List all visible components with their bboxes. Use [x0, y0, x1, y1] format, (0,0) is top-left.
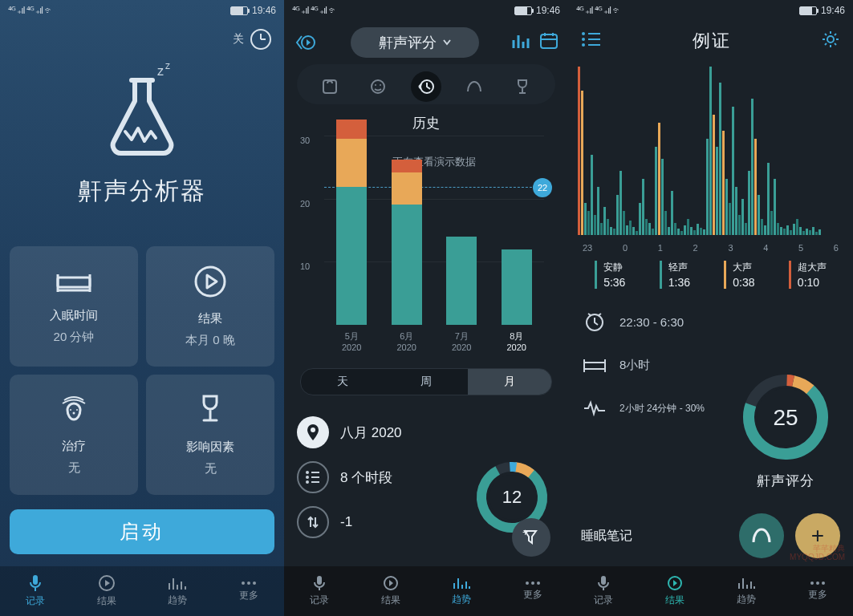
intensity-legend: 安静5:36 轻声1:36 大声0:38 超大声0:10 — [578, 261, 843, 289]
svg-point-38 — [827, 36, 834, 43]
info-month[interactable]: 八月 2020 — [297, 410, 555, 455]
bed-icon — [581, 351, 608, 379]
svg-point-50 — [816, 582, 819, 585]
tab-day[interactable]: 天 — [301, 369, 384, 395]
svg-text:25: 25 — [773, 405, 798, 430]
bar-jul[interactable] — [446, 237, 477, 325]
bar-jun[interactable] — [392, 160, 422, 325]
nav-results[interactable]: 结果 — [71, 566, 143, 616]
nav-record[interactable]: 记录 — [0, 566, 71, 616]
cat-alcohol-icon[interactable] — [507, 71, 538, 102]
svg-rect-47 — [601, 576, 606, 585]
chart-view-icon[interactable] — [512, 32, 531, 53]
mic-icon — [312, 575, 327, 591]
bar-aug[interactable] — [502, 249, 532, 325]
history-chart: 302010 22 正在查看演示数据 5月2020 6月2020 7月2020 … — [300, 136, 552, 344]
play-circle-icon — [667, 575, 683, 591]
updown-icon — [297, 506, 329, 538]
svg-point-9 — [242, 582, 245, 585]
nav-record[interactable]: 记录 — [568, 566, 640, 616]
svg-point-37 — [582, 43, 585, 47]
more-icon — [525, 581, 541, 586]
card-therapy[interactable]: 治疗 无 — [10, 375, 138, 495]
app-title: 鼾声分析器 — [0, 175, 284, 208]
more-icon — [240, 580, 258, 586]
mic-icon — [596, 575, 611, 591]
alarm-clock-icon[interactable] — [250, 29, 271, 50]
svg-point-11 — [253, 582, 256, 585]
cat-weight-icon[interactable] — [315, 71, 345, 102]
nav-trends[interactable]: 趋势 — [142, 566, 213, 616]
legend-loud: 大声0:38 — [724, 261, 754, 289]
svg-point-51 — [822, 582, 825, 585]
play-circle-icon — [383, 575, 399, 591]
nav-more[interactable]: 更多 — [213, 566, 285, 616]
svg-point-10 — [247, 582, 250, 585]
svg-point-34 — [537, 582, 540, 585]
alarm-off-label: 关 — [233, 32, 244, 47]
nav-results[interactable]: 结果 — [355, 566, 427, 616]
legend-quiet: 安静5:36 — [595, 261, 625, 289]
bottom-nav: 记录 结果 趋势 更多 — [284, 566, 568, 616]
card-factors[interactable]: 影响因素 无 — [146, 375, 274, 495]
nav-trends[interactable]: 趋势 — [426, 566, 498, 616]
svg-rect-13 — [541, 34, 557, 48]
svg-rect-14 — [323, 80, 336, 93]
cat-mood-icon[interactable] — [363, 71, 393, 102]
period-tabs: 天 周 月 — [300, 368, 552, 395]
svg-point-16 — [375, 84, 376, 86]
nav-record[interactable]: 记录 — [284, 566, 355, 616]
chevron-down-icon — [443, 39, 451, 46]
tab-week[interactable]: 周 — [384, 369, 468, 395]
svg-rect-30 — [317, 576, 322, 585]
bars-icon — [168, 575, 187, 591]
nav-more[interactable]: 更多 — [782, 566, 853, 616]
overnight-chart[interactable]: 230123456 — [578, 64, 843, 253]
cat-snore-icon[interactable] — [459, 71, 489, 102]
bars-icon — [453, 576, 470, 590]
svg-rect-2 — [58, 278, 90, 287]
svg-point-21 — [306, 476, 309, 479]
legend-xloud: 超大声0:10 — [789, 261, 827, 289]
status-bar: ⁴ᴳ ₊ıl ⁴ᴳ ₊ıl ᯤ 19:46 — [284, 0, 568, 21]
stat-timerange: 22:30 - 6:30 — [581, 300, 840, 343]
legend-light: 轻声1:36 — [660, 261, 690, 289]
svg-point-22 — [306, 480, 309, 484]
nav-more[interactable]: 更多 — [498, 566, 569, 616]
bars-icon — [737, 576, 755, 590]
wine-glass-icon — [194, 393, 226, 427]
bar-may[interactable] — [336, 120, 367, 325]
svg-text:z: z — [165, 63, 170, 71]
cat-history-icon[interactable] — [411, 71, 441, 102]
svg-point-36 — [582, 38, 585, 41]
pulse-icon — [581, 395, 608, 422]
nav-trends[interactable]: 趋势 — [711, 566, 782, 616]
calendar-icon[interactable] — [539, 32, 559, 53]
svg-point-32 — [526, 582, 529, 585]
sleep-notes-label: 睡眠笔记 — [581, 528, 632, 545]
back-button[interactable] — [294, 33, 318, 52]
start-button[interactable]: 启动 — [10, 509, 274, 554]
svg-point-17 — [380, 84, 381, 86]
card-results[interactable]: 结果 本月 0 晚 — [146, 246, 274, 367]
bottom-nav: 记录 结果 趋势 更多 — [568, 566, 853, 616]
svg-point-20 — [306, 471, 309, 474]
play-circle-icon — [193, 265, 227, 298]
list-icon — [297, 461, 329, 493]
filter-button[interactable]: + — [512, 518, 550, 557]
svg-point-15 — [372, 80, 384, 93]
card-sleep-time[interactable]: 入眠时间 20 分钟 — [10, 246, 138, 367]
metric-dropdown[interactable]: 鼾声评分 — [351, 27, 479, 58]
mic-icon — [27, 574, 43, 592]
nav-results[interactable]: 结果 — [640, 566, 711, 616]
svg-point-3 — [196, 267, 225, 296]
list-menu-icon[interactable] — [581, 31, 602, 51]
svg-point-49 — [810, 582, 814, 585]
snore-fab[interactable] — [739, 513, 784, 558]
battery-icon — [799, 6, 817, 15]
tab-month[interactable]: 月 — [468, 369, 551, 395]
watermark: 芊芊精典MYQQJD.COM — [790, 544, 845, 561]
svg-point-35 — [582, 32, 585, 35]
svg-rect-7 — [33, 575, 38, 585]
gear-icon[interactable] — [821, 30, 840, 52]
